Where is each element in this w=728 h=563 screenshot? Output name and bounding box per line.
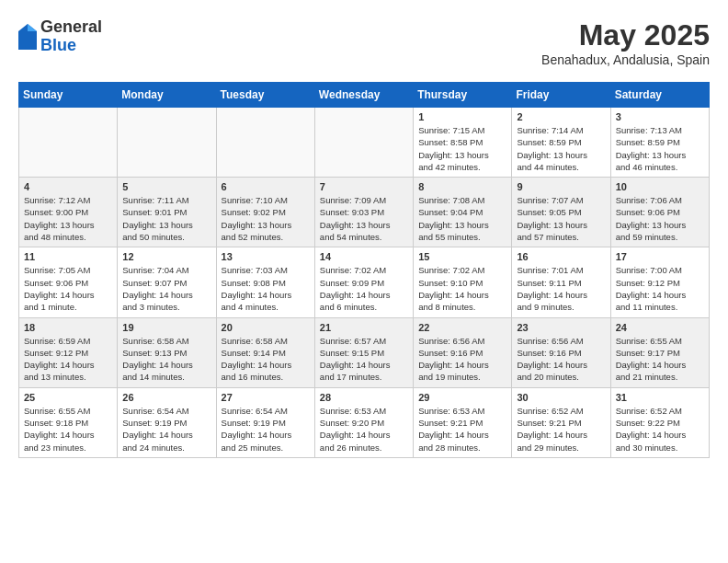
day-number: 28 — [320, 392, 408, 403]
col-wednesday: Wednesday — [314, 83, 413, 108]
logo-general-text: General — [40, 18, 102, 37]
day-number: 30 — [517, 392, 605, 403]
day-info: Sunrise: 7:06 AMSunset: 9:06 PMDaylight:… — [616, 194, 704, 243]
day-info: Sunrise: 7:13 AMSunset: 8:59 PMDaylight:… — [616, 124, 704, 173]
day-info: Sunrise: 6:53 AMSunset: 9:21 PMDaylight:… — [418, 405, 506, 454]
calendar-day-cell: 5Sunrise: 7:11 AMSunset: 9:01 PMDaylight… — [118, 178, 216, 247]
calendar-day-cell: 23Sunrise: 6:56 AMSunset: 9:16 PMDayligh… — [512, 317, 610, 387]
calendar-day-cell: 28Sunrise: 6:53 AMSunset: 9:20 PMDayligh… — [314, 387, 413, 457]
day-info: Sunrise: 7:02 AMSunset: 9:09 PMDaylight:… — [320, 264, 408, 313]
day-info: Sunrise: 7:15 AMSunset: 8:58 PMDaylight:… — [418, 124, 506, 173]
page-header: General Blue May 2025 Benahadux, Andalus… — [18, 18, 710, 67]
day-number: 3 — [616, 111, 704, 122]
day-number: 12 — [122, 251, 210, 262]
day-number: 18 — [24, 322, 112, 333]
calendar-day-cell: 4Sunrise: 7:12 AMSunset: 9:00 PMDaylight… — [19, 178, 118, 247]
day-info: Sunrise: 7:01 AMSunset: 9:11 PMDaylight:… — [517, 264, 605, 313]
calendar-day-cell: 18Sunrise: 6:59 AMSunset: 9:12 PMDayligh… — [19, 317, 118, 387]
calendar-day-cell: 12Sunrise: 7:04 AMSunset: 9:07 PMDayligh… — [118, 247, 216, 317]
calendar-day-cell — [118, 108, 216, 178]
calendar-day-cell: 8Sunrise: 7:08 AMSunset: 9:04 PMDaylight… — [414, 178, 512, 247]
day-number: 29 — [418, 392, 506, 403]
calendar-day-cell: 6Sunrise: 7:10 AMSunset: 9:02 PMDaylight… — [216, 178, 314, 247]
calendar-day-cell: 25Sunrise: 6:55 AMSunset: 9:18 PMDayligh… — [19, 387, 118, 457]
day-number: 27 — [222, 392, 310, 403]
calendar-day-cell — [314, 108, 413, 178]
calendar-day-cell: 11Sunrise: 7:05 AMSunset: 9:06 PMDayligh… — [19, 247, 118, 317]
calendar-header-row: Sunday Monday Tuesday Wednesday Thursday… — [19, 83, 710, 108]
calendar-day-cell: 26Sunrise: 6:54 AMSunset: 9:19 PMDayligh… — [118, 387, 216, 457]
day-number: 6 — [222, 181, 310, 192]
calendar-day-cell: 15Sunrise: 7:02 AMSunset: 9:10 PMDayligh… — [414, 247, 512, 317]
calendar-day-cell: 2Sunrise: 7:14 AMSunset: 8:59 PMDaylight… — [512, 108, 610, 178]
day-number: 26 — [122, 392, 210, 403]
calendar-week-5: 25Sunrise: 6:55 AMSunset: 9:18 PMDayligh… — [19, 387, 710, 457]
col-tuesday: Tuesday — [216, 83, 314, 108]
day-number: 8 — [418, 181, 506, 192]
calendar-table: Sunday Monday Tuesday Wednesday Thursday… — [18, 82, 710, 458]
day-info: Sunrise: 7:10 AMSunset: 9:02 PMDaylight:… — [222, 194, 310, 243]
day-number: 19 — [122, 322, 210, 333]
calendar-day-cell — [216, 108, 314, 178]
calendar-day-cell: 19Sunrise: 6:58 AMSunset: 9:13 PMDayligh… — [118, 317, 216, 387]
location-subtitle: Benahadux, Andalusia, Spain — [541, 52, 710, 67]
day-number: 21 — [320, 322, 408, 333]
calendar-day-cell: 1Sunrise: 7:15 AMSunset: 8:58 PMDaylight… — [414, 108, 512, 178]
day-number: 2 — [517, 111, 605, 122]
day-number: 10 — [616, 181, 704, 192]
calendar-day-cell: 24Sunrise: 6:55 AMSunset: 9:17 PMDayligh… — [610, 317, 709, 387]
calendar-day-cell — [19, 108, 118, 178]
day-info: Sunrise: 6:55 AMSunset: 9:17 PMDaylight:… — [616, 335, 704, 384]
calendar-day-cell: 29Sunrise: 6:53 AMSunset: 9:21 PMDayligh… — [414, 387, 512, 457]
calendar-day-cell: 9Sunrise: 7:07 AMSunset: 9:05 PMDaylight… — [512, 178, 610, 247]
logo: General Blue — [18, 18, 102, 55]
calendar-day-cell: 7Sunrise: 7:09 AMSunset: 9:03 PMDaylight… — [314, 178, 413, 247]
col-thursday: Thursday — [414, 83, 512, 108]
day-info: Sunrise: 6:54 AMSunset: 9:19 PMDaylight:… — [222, 405, 310, 454]
calendar-week-4: 18Sunrise: 6:59 AMSunset: 9:12 PMDayligh… — [19, 317, 710, 387]
day-number: 11 — [24, 251, 112, 262]
calendar-day-cell: 14Sunrise: 7:02 AMSunset: 9:09 PMDayligh… — [314, 247, 413, 317]
logo-blue-text: Blue — [40, 37, 102, 55]
calendar-day-cell: 31Sunrise: 6:52 AMSunset: 9:22 PMDayligh… — [610, 387, 709, 457]
calendar-day-cell: 30Sunrise: 6:52 AMSunset: 9:21 PMDayligh… — [512, 387, 610, 457]
day-number: 15 — [418, 251, 506, 262]
day-info: Sunrise: 7:02 AMSunset: 9:10 PMDaylight:… — [418, 264, 506, 313]
day-number: 14 — [320, 251, 408, 262]
calendar-week-1: 1Sunrise: 7:15 AMSunset: 8:58 PMDaylight… — [19, 108, 710, 178]
calendar-week-2: 4Sunrise: 7:12 AMSunset: 9:00 PMDaylight… — [19, 178, 710, 247]
calendar-day-cell: 16Sunrise: 7:01 AMSunset: 9:11 PMDayligh… — [512, 247, 610, 317]
day-info: Sunrise: 7:11 AMSunset: 9:01 PMDaylight:… — [122, 194, 210, 243]
day-number: 20 — [222, 322, 310, 333]
calendar-day-cell: 17Sunrise: 7:00 AMSunset: 9:12 PMDayligh… — [610, 247, 709, 317]
day-info: Sunrise: 6:54 AMSunset: 9:19 PMDaylight:… — [122, 405, 210, 454]
day-info: Sunrise: 7:14 AMSunset: 8:59 PMDaylight:… — [517, 124, 605, 173]
logo-text: General Blue — [40, 18, 102, 55]
day-info: Sunrise: 6:57 AMSunset: 9:15 PMDaylight:… — [320, 335, 408, 384]
day-info: Sunrise: 6:58 AMSunset: 9:13 PMDaylight:… — [122, 335, 210, 384]
day-number: 22 — [418, 322, 506, 333]
col-sunday: Sunday — [19, 83, 118, 108]
month-year-title: May 2025 — [541, 18, 710, 52]
day-info: Sunrise: 7:08 AMSunset: 9:04 PMDaylight:… — [418, 194, 506, 243]
day-info: Sunrise: 7:00 AMSunset: 9:12 PMDaylight:… — [616, 264, 704, 313]
day-number: 9 — [517, 181, 605, 192]
svg-marker-1 — [28, 24, 37, 31]
day-number: 17 — [616, 251, 704, 262]
day-info: Sunrise: 7:09 AMSunset: 9:03 PMDaylight:… — [320, 194, 408, 243]
day-info: Sunrise: 6:56 AMSunset: 9:16 PMDaylight:… — [517, 335, 605, 384]
day-number: 1 — [418, 111, 506, 122]
day-info: Sunrise: 6:59 AMSunset: 9:12 PMDaylight:… — [24, 335, 112, 384]
day-number: 5 — [122, 181, 210, 192]
logo-icon — [18, 24, 37, 50]
day-number: 23 — [517, 322, 605, 333]
col-friday: Friday — [512, 83, 610, 108]
day-info: Sunrise: 6:52 AMSunset: 9:21 PMDaylight:… — [517, 405, 605, 454]
day-number: 25 — [24, 392, 112, 403]
day-info: Sunrise: 6:55 AMSunset: 9:18 PMDaylight:… — [24, 405, 112, 454]
day-info: Sunrise: 7:04 AMSunset: 9:07 PMDaylight:… — [122, 264, 210, 313]
day-info: Sunrise: 6:53 AMSunset: 9:20 PMDaylight:… — [320, 405, 408, 454]
day-number: 7 — [320, 181, 408, 192]
day-number: 24 — [616, 322, 704, 333]
calendar-week-3: 11Sunrise: 7:05 AMSunset: 9:06 PMDayligh… — [19, 247, 710, 317]
